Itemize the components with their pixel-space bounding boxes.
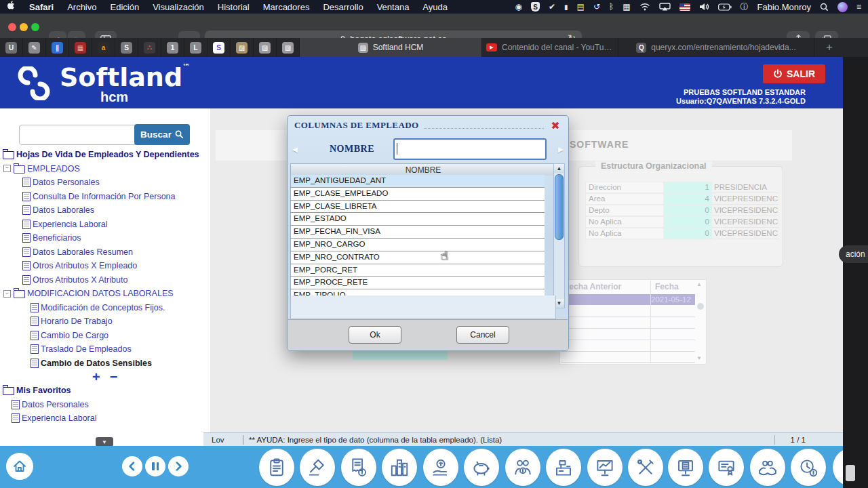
maximize-window-button[interactable] xyxy=(31,23,39,31)
record-prev-button[interactable] xyxy=(122,456,142,476)
sidebar-scroll-down-button[interactable]: ▼ xyxy=(96,437,113,447)
prev-arrow-button[interactable]: ◄ xyxy=(288,144,302,155)
menu-ayuda[interactable]: Ayuda xyxy=(416,2,454,12)
close-window-button[interactable] xyxy=(8,23,16,31)
list-row[interactable]: EMP_CLASE_LIBRETA xyxy=(290,201,545,214)
tree-item-otros-atributos-x-atributo[interactable]: Otros Atributos X Atributo xyxy=(0,273,210,287)
list-row[interactable]: EMP_CLASE_EMPLEADO xyxy=(290,188,545,201)
cancel-button[interactable]: Cancel xyxy=(456,326,509,344)
toolbar-button-team-money[interactable] xyxy=(505,449,540,486)
tree-item-traslado-de-empleados[interactable]: Traslado De Empleados xyxy=(0,342,210,357)
wifi-icon[interactable] xyxy=(639,1,650,12)
menu-archivo[interactable]: Archivo xyxy=(60,2,103,12)
list-row[interactable]: EMP_ESTADO xyxy=(290,213,545,226)
volume-icon[interactable] xyxy=(699,1,709,12)
menu-marcadores[interactable]: Marcadores xyxy=(256,2,317,12)
tree-remove-button[interactable]: − xyxy=(110,369,118,385)
strip-button[interactable] xyxy=(846,465,855,481)
tree-item-horario-de-trabajo[interactable]: Horario De Trabajo xyxy=(0,314,210,329)
pinned-tab-img3[interactable]: ▨ xyxy=(277,38,300,57)
toolbar-button-gavel[interactable] xyxy=(300,449,335,486)
toolbar-button-care-hands[interactable] xyxy=(750,449,785,486)
pinned-tab-quill[interactable]: ✎ xyxy=(23,38,46,57)
shield-icon[interactable]: S xyxy=(531,2,540,12)
checkmark-icon[interactable]: ✔ xyxy=(549,1,555,12)
us-keyboard-flag-icon[interactable] xyxy=(679,3,690,11)
battery-charging-icon[interactable] xyxy=(718,1,732,12)
tree-item-otros-atributos-x-empleado[interactable]: Otros Atributos X Empleado xyxy=(0,259,210,273)
tree-item-cambio-datos-sensibles-selected[interactable]: Cambio de Datos Sensibles xyxy=(0,357,210,371)
ok-button[interactable]: Ok xyxy=(349,326,401,344)
tree-section-modificacion-datos-laborales[interactable]: −MODIFICACION DATOS LABORALES xyxy=(0,287,210,301)
menu-ventana[interactable]: Ventana xyxy=(370,2,416,12)
collapse-icon[interactable]: − xyxy=(3,290,11,298)
list-row[interactable]: EMP_PROCE_RETE xyxy=(290,277,545,289)
pause-button[interactable] xyxy=(145,456,165,476)
nombre-input[interactable] xyxy=(393,138,547,160)
pinned-tab-red-grid[interactable]: ▦ xyxy=(69,38,92,57)
logout-button[interactable]: SALIR xyxy=(763,64,825,83)
list-row[interactable]: EMP_NRO_CARGO xyxy=(290,239,545,251)
menubar-username[interactable]: Fabio.Monroy xyxy=(757,2,811,12)
info-icon[interactable]: ⓘ xyxy=(741,1,749,12)
tree-item-datos-laborales-resumen[interactable]: Datos Laborales Resumen xyxy=(0,245,210,260)
apple-menu-icon[interactable] xyxy=(0,1,22,13)
list-row[interactable]: EMP_NRO_CONTRATO xyxy=(290,251,545,264)
toolbar-button-piggy-bank[interactable] xyxy=(464,449,499,486)
sidebar-search-input[interactable] xyxy=(19,125,137,145)
screen-mirroring-icon[interactable] xyxy=(659,1,671,12)
tree-item-datos-personales[interactable]: Datos Personales xyxy=(0,176,210,190)
toolbar-button-tools[interactable] xyxy=(628,449,663,486)
toolbar-button-receipt-coin[interactable] xyxy=(341,449,376,486)
tree-root-hojas-de-vida[interactable]: Hojas De Vida De Empleados Y Dependiente… xyxy=(0,148,210,162)
tab-softland-hcm[interactable]: ▨ Softland HCM xyxy=(300,38,482,57)
toolbar-button-certificate[interactable] xyxy=(709,449,744,486)
pinned-tab-u[interactable]: U xyxy=(0,38,23,57)
pinned-tab-trello[interactable]: ∥ xyxy=(46,38,69,57)
record-icon[interactable]: ◉ xyxy=(515,1,521,12)
next-arrow-button[interactable]: ► xyxy=(553,144,568,155)
toolbar-button-city-buildings[interactable] xyxy=(382,449,417,486)
keyboard-icon[interactable]: ▦ xyxy=(623,1,630,12)
list-scrollbar[interactable]: ▲ ▼ xyxy=(553,163,565,308)
tree-item-datos-laborales[interactable]: Datos Laborales xyxy=(0,203,210,218)
collapse-icon[interactable]: − xyxy=(3,165,11,172)
list-row[interactable]: EMP_FECHA_FIN_VISA xyxy=(290,226,545,239)
tab-youtube-studio[interactable]: ▶ Contenido del canal - YouTube Studio xyxy=(482,38,618,57)
menu-historial[interactable]: Historial xyxy=(211,2,256,12)
toolbar-button-time-money[interactable] xyxy=(791,449,826,486)
toolbar-button-sales-chart[interactable] xyxy=(587,449,623,486)
pinned-tab-1[interactable]: 1 xyxy=(161,38,184,57)
pinned-tab-img1[interactable]: ▨ xyxy=(231,38,254,57)
bluetooth-icon[interactable]: ᛒ xyxy=(609,1,614,12)
toolbar-button-money-bag-hand[interactable] xyxy=(423,449,458,486)
fecha-table-scrollbar[interactable]: ▲▼ xyxy=(696,281,705,361)
spotlight-search-icon[interactable] xyxy=(820,1,829,12)
tree-item-experiencia-laboral[interactable]: Experiencia Laboral xyxy=(0,218,210,232)
time-machine-icon[interactable]: ↺ xyxy=(593,1,600,12)
menu-edicion[interactable]: Edición xyxy=(104,2,146,12)
menu-visualizacion[interactable]: Visualización xyxy=(146,2,211,12)
tree-item-fav-experiencia-laboral[interactable]: Experiencia Laboral xyxy=(0,411,210,426)
tree-item-beneficiarios[interactable]: Beneficiarios xyxy=(0,231,210,245)
new-tab-button[interactable]: + xyxy=(814,38,844,57)
tree-item-fav-datos-personales[interactable]: Datos Personales xyxy=(0,398,210,412)
scroll-up-icon[interactable]: ▲ xyxy=(554,164,564,173)
minimize-window-button[interactable] xyxy=(20,23,28,31)
home-button[interactable] xyxy=(6,453,33,480)
notes-icon[interactable]: ▤ xyxy=(577,1,585,12)
battery-vertical-icon[interactable]: ▮ xyxy=(564,1,568,12)
tree-item-cambio-de-cargo[interactable]: Cambio De Cargo xyxy=(0,329,210,343)
search-button[interactable]: Buscar xyxy=(134,124,190,145)
siri-icon[interactable] xyxy=(837,2,848,12)
tree-item-consulta-informacion[interactable]: Consulta De Información Por Persona xyxy=(0,190,210,204)
pinned-tab-softland[interactable]: S xyxy=(208,38,231,57)
pinned-tab-amazon[interactable]: a xyxy=(92,38,115,57)
list-row-selected[interactable]: EMP_ANTIGUEDAD_ANT xyxy=(290,175,545,188)
control-center-icon[interactable]: ≡ xyxy=(856,1,861,12)
pinned-tab-img2[interactable]: ▨ xyxy=(254,38,277,57)
list-row[interactable]: EMP_PORC_RET xyxy=(290,264,545,277)
menu-safari[interactable]: Safari xyxy=(22,2,60,12)
grid-column-header[interactable]: NOMBRE xyxy=(290,163,556,176)
tree-root-mis-favoritos[interactable]: Mis Favoritos xyxy=(0,384,210,398)
